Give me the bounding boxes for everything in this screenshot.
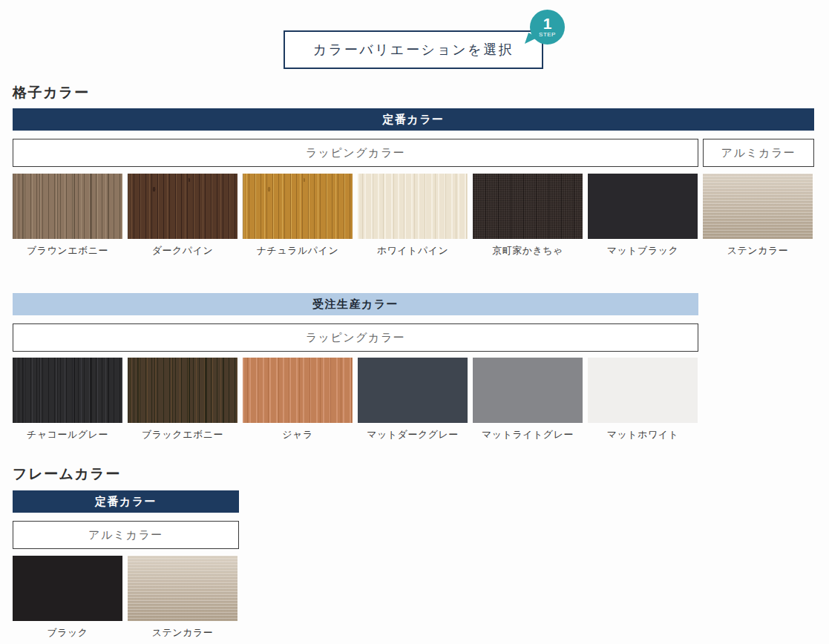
swatch-label: 京町家かきちゃ <box>473 244 583 257</box>
step-badge: 1 STEP <box>530 10 565 45</box>
lattice-standard-swatch-row: ブラウンエボニー ダークパイン ナチュラルパイン ホワイトパイン 京町家かきちゃ… <box>13 174 814 257</box>
swatch-image[interactable] <box>243 358 353 423</box>
swatch-white-pine[interactable]: ホワイトパイン <box>358 174 468 257</box>
step-number: 1 <box>543 16 552 31</box>
swatch-image[interactable] <box>13 174 122 239</box>
swatch-jarrah[interactable]: ジャラ <box>243 358 353 441</box>
swatch-label: ブラック <box>13 626 122 640</box>
swatch-image[interactable] <box>13 358 122 423</box>
swatch-label: マットブラック <box>588 244 698 257</box>
swatch-label: ステンカラー <box>703 244 813 257</box>
swatch-matte-dark-gray[interactable]: マットダークグレー <box>358 358 468 441</box>
swatch-natural-pine[interactable]: ナチュラルパイン <box>243 174 353 257</box>
swatch-image[interactable] <box>358 358 468 423</box>
swatch-matte-white[interactable]: マットホワイト <box>588 358 698 441</box>
step-title: カラーバリエーションを選択 <box>313 41 514 59</box>
wrapping-color-box: ラッピングカラー <box>13 323 698 352</box>
swatch-image[interactable] <box>473 358 583 423</box>
swatch-image[interactable] <box>128 556 237 621</box>
swatch-image[interactable] <box>588 358 698 423</box>
swatch-label: マットホワイト <box>588 428 698 441</box>
swatch-black-ebony[interactable]: ブラックエボニー <box>128 358 237 441</box>
frame-section-heading: フレームカラー <box>13 464 814 484</box>
step-title-box: カラーバリエーションを選択 1 STEP <box>284 30 543 69</box>
swatch-label: ホワイトパイン <box>358 244 468 257</box>
swatch-image[interactable] <box>358 174 468 239</box>
swatch-dark-pine[interactable]: ダークパイン <box>128 174 237 257</box>
swatch-image[interactable] <box>473 174 583 239</box>
page-content: カラーバリエーションを選択 1 STEP 格子カラー 定番カラー ラッピングカラ… <box>13 30 814 640</box>
swatch-image[interactable] <box>588 174 698 239</box>
step-label: STEP <box>539 31 556 39</box>
swatch-label: マットライトグレー <box>473 428 583 441</box>
swatch-image[interactable] <box>243 174 353 239</box>
aluminum-color-box: アルミカラー <box>703 139 814 167</box>
aluminum-color-box: アルミカラー <box>13 521 239 549</box>
swatch-label: ジャラ <box>243 428 353 441</box>
swatch-label: ナチュラルパイン <box>243 244 353 257</box>
wrapping-color-box: ラッピングカラー <box>13 139 698 167</box>
frame-swatch-row: ブラック ステンカラー <box>13 556 814 640</box>
lattice-made-to-order-swatch-row: チャコールグレー ブラックエボニー ジャラ マットダークグレー マットライトグレ… <box>13 358 814 441</box>
swatch-label: チャコールグレー <box>13 428 122 441</box>
swatch-label: マットダークグレー <box>358 428 468 441</box>
swatch-kyomachiya-kakicha[interactable]: 京町家かきちゃ <box>473 174 583 257</box>
swatch-brown-ebony[interactable]: ブラウンエボニー <box>13 174 122 257</box>
swatch-matte-black[interactable]: マットブラック <box>588 174 698 257</box>
swatch-black[interactable]: ブラック <box>13 556 122 640</box>
swatch-label: ダークパイン <box>128 244 237 257</box>
swatch-image[interactable] <box>703 174 813 239</box>
swatch-stainless-color[interactable]: ステンカラー <box>703 174 813 257</box>
swatch-stainless-color[interactable]: ステンカラー <box>128 556 237 640</box>
standard-color-bar: 定番カラー <box>13 108 814 131</box>
swatch-charcoal-gray[interactable]: チャコールグレー <box>13 358 122 441</box>
swatch-image[interactable] <box>13 556 122 621</box>
swatch-label: ステンカラー <box>128 626 237 640</box>
swatch-label: ブラックエボニー <box>128 428 237 441</box>
made-to-order-color-bar: 受注生産カラー <box>13 293 698 315</box>
swatch-matte-light-gray[interactable]: マットライトグレー <box>473 358 583 441</box>
badge-tail-icon <box>525 33 537 44</box>
standard-color-bar: 定番カラー <box>13 490 239 513</box>
lattice-section-heading: 格子カラー <box>13 83 814 102</box>
swatch-image[interactable] <box>128 174 237 239</box>
swatch-label: ブラウンエボニー <box>13 244 122 257</box>
swatch-image[interactable] <box>128 358 237 423</box>
lattice-standard-category-row: ラッピングカラー アルミカラー <box>13 139 814 167</box>
